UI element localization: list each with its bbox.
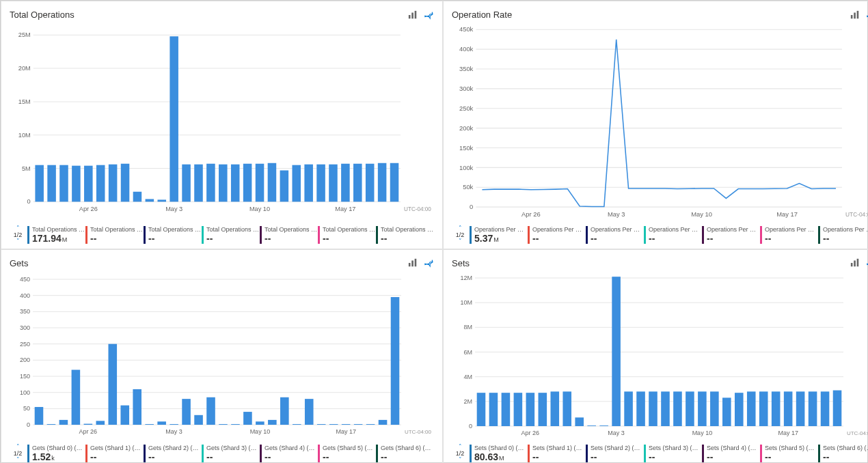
legend-item[interactable]: Operations Per Secon…5.37M <box>470 226 528 244</box>
chevron-up-icon[interactable]: ˄ <box>16 444 20 450</box>
svg-rect-28 <box>133 192 142 202</box>
legend-item[interactable]: Operations Per Secon…-- <box>528 226 586 244</box>
chevron-down-icon[interactable]: ˅ <box>459 457 462 463</box>
svg-text:May 3: May 3 <box>608 430 625 436</box>
legend-value: -- <box>823 451 868 462</box>
legend-item[interactable]: Gets (Shard 3) (Sum)-- <box>202 445 260 462</box>
pin-icon[interactable] <box>424 258 434 268</box>
legend-swatch <box>760 226 762 244</box>
legend-item[interactable]: Operations Per Secon…-- <box>818 226 868 244</box>
chevron-up-icon[interactable]: ˄ <box>459 225 462 232</box>
panel-total-operations: Total Operations 05M10M15M20M25MApr 26Ma… <box>1 1 443 249</box>
legend-swatch <box>144 445 146 462</box>
legend-item[interactable]: Sets (Shard 4) (Sum)-- <box>702 445 760 462</box>
bar-chart-icon[interactable] <box>850 258 860 268</box>
legend-item[interactable]: Sets (Shard 1) (Sum)-- <box>528 445 586 462</box>
legend-item[interactable]: Gets (Shard 0) (Sum)1.52k <box>27 445 85 462</box>
svg-rect-22 <box>59 165 68 202</box>
legend-item[interactable]: Gets (Shard 2) (Sum)-- <box>144 445 202 462</box>
legend-item[interactable]: Operations Per Secon…-- <box>586 226 644 244</box>
svg-rect-130 <box>329 424 338 425</box>
legend-item[interactable]: Sets (Shard 2) (Sum)-- <box>586 445 644 462</box>
legend-value: -- <box>707 233 760 244</box>
svg-text:Apr 26: Apr 26 <box>79 428 98 435</box>
legend-item[interactable]: Total Operations (Sh…-- <box>144 226 202 244</box>
legend-item[interactable]: Total Operations (Sh…-- <box>318 226 376 244</box>
svg-text:May 17: May 17 <box>336 428 356 435</box>
legend-swatch <box>760 445 762 462</box>
legend-label: Operations Per Secon… <box>649 226 702 233</box>
svg-text:10M: 10M <box>18 132 31 139</box>
chevron-up-icon[interactable]: ˄ <box>459 444 462 450</box>
svg-rect-37 <box>243 164 252 202</box>
svg-text:0: 0 <box>470 203 473 210</box>
legend-swatch <box>376 445 378 462</box>
svg-text:May 10: May 10 <box>691 210 712 218</box>
svg-text:0: 0 <box>27 198 31 205</box>
bar-chart-icon[interactable] <box>408 258 418 268</box>
legend-value: -- <box>90 451 144 462</box>
legend-pager[interactable]: ˄ 1/2 ˅ <box>452 444 468 463</box>
chart-sets[interactable]: 02M4M6M8M10M12MApr 26May 3May 10May 17UT… <box>452 272 868 440</box>
pin-icon[interactable] <box>424 10 434 20</box>
svg-rect-112 <box>108 344 117 425</box>
chevron-down-icon[interactable]: ˅ <box>16 457 20 463</box>
svg-rect-1 <box>411 12 413 18</box>
legend-item[interactable]: Sets (Shard 0) (Sum)80.63M <box>470 445 528 462</box>
legend-label: Sets (Shard 6) (Sum) <box>823 445 868 451</box>
svg-rect-161 <box>514 393 523 426</box>
legend-label: Operations Per Secon… <box>765 226 818 233</box>
legend-item[interactable]: Sets (Shard 6) (Sum)-- <box>818 445 868 462</box>
svg-text:450: 450 <box>20 276 30 283</box>
svg-text:UTC-04:00: UTC-04:00 <box>847 430 868 436</box>
legend-item[interactable]: Operations Per Secon…-- <box>760 226 818 244</box>
panel-title: Sets <box>452 258 470 268</box>
svg-rect-108 <box>59 420 68 425</box>
bar-chart-icon[interactable] <box>850 10 860 20</box>
legend-item[interactable]: Operations Per Secon…-- <box>702 226 760 244</box>
legend-pager[interactable]: ˄ 1/2 ˅ <box>10 225 26 244</box>
legend-item[interactable]: Total Operations (Sh…-- <box>202 226 260 244</box>
svg-rect-126 <box>280 397 289 425</box>
legend-item[interactable]: Total Operations (Sh…-- <box>376 226 434 244</box>
svg-text:150: 150 <box>20 373 30 380</box>
legend-item[interactable]: Gets (Shard 5) (Sum)-- <box>318 445 376 462</box>
chart-gets[interactable]: 050100150200250300350400450Apr 26May 3Ma… <box>10 272 434 440</box>
legend-row: ˄ 1/2 ˅ Total Operations (Sh…171.94MTota… <box>10 225 434 244</box>
chart-total-operations[interactable]: 05M10M15M20M25MApr 26May 3May 10May 17UT… <box>10 24 434 221</box>
legend-item[interactable]: Gets (Shard 4) (Sum)-- <box>260 445 318 462</box>
svg-rect-33 <box>194 165 203 202</box>
svg-rect-169 <box>612 277 621 426</box>
svg-rect-136 <box>851 263 853 266</box>
svg-rect-23 <box>72 166 81 202</box>
legend-swatch <box>586 445 588 462</box>
legend-value: -- <box>381 233 434 244</box>
legend-item[interactable]: Sets (Shard 3) (Sum)-- <box>644 445 702 462</box>
chevron-down-icon[interactable]: ˅ <box>459 238 462 244</box>
svg-rect-129 <box>317 424 326 425</box>
legend-item[interactable]: Gets (Shard 6) (Sum)-- <box>376 445 434 462</box>
legend-item[interactable]: Total Operations (Sh…171.94M <box>27 226 85 244</box>
legend-label: Gets (Shard 5) (Sum) <box>323 445 376 451</box>
legend-item[interactable]: Total Operations (Sh…-- <box>260 226 318 244</box>
legend-pager[interactable]: ˄ 1/2 ˅ <box>452 225 468 244</box>
bar-chart-icon[interactable] <box>408 10 418 20</box>
svg-rect-39 <box>268 163 277 202</box>
legend-value: -- <box>323 233 376 244</box>
legend-value: -- <box>265 451 318 462</box>
chart-operation-rate[interactable]: 050k100k150k200k250k300k350k400k450kApr … <box>452 24 868 221</box>
svg-rect-181 <box>759 391 768 426</box>
chevron-down-icon[interactable]: ˅ <box>16 238 20 244</box>
legend-item[interactable]: Gets (Shard 1) (Sum)-- <box>85 445 144 462</box>
svg-rect-110 <box>84 424 93 425</box>
chevron-up-icon[interactable]: ˄ <box>16 225 20 232</box>
svg-text:May 17: May 17 <box>776 210 798 218</box>
legend-pager[interactable]: ˄ 1/2 ˅ <box>10 444 26 463</box>
legend-swatch <box>260 445 262 462</box>
legend-item[interactable]: Sets (Shard 5) (Sum)-- <box>760 445 818 462</box>
legend-item[interactable]: Total Operations (Sh…-- <box>85 226 144 244</box>
legend-item[interactable]: Operations Per Secon…-- <box>644 226 702 244</box>
svg-rect-27 <box>121 164 130 202</box>
legend-value: -- <box>206 451 260 462</box>
svg-text:May 3: May 3 <box>165 206 182 212</box>
